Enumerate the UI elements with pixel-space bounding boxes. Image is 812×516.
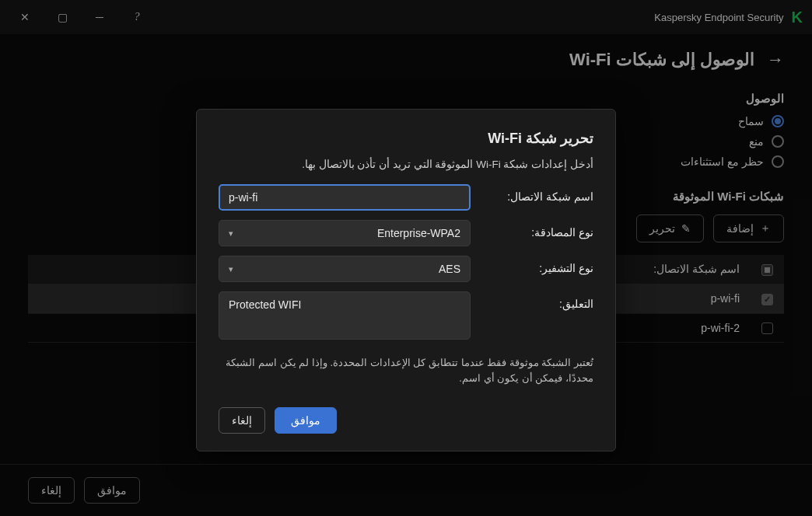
modal-note: تُعتبر الشبكة موثوقة فقط عندما تتطابق كل… — [219, 355, 593, 385]
edit-wifi-modal: تحرير شبكة Wi-Fi أدخل إعدادات شبكة Wi-Fi… — [196, 109, 616, 452]
field-label-comment: التعليق: — [485, 291, 593, 310]
encryption-type-select[interactable]: ▾ AES — [219, 256, 471, 282]
comment-textarea[interactable] — [219, 291, 471, 340]
field-label-auth: نوع المصادقة: — [485, 220, 593, 239]
network-name-input[interactable] — [219, 184, 471, 211]
modal-cancel-button[interactable]: إلغاء — [219, 407, 265, 434]
modal-description: أدخل إعدادات شبكة Wi-Fi الموثوقة التي تر… — [219, 158, 593, 170]
auth-type-select[interactable]: ▾ Enterprise-WPA2 — [219, 220, 471, 246]
field-label-name: اسم شبكة الاتصال: — [485, 184, 593, 203]
field-label-encryption: نوع التشفير: — [485, 256, 593, 274]
select-value: Enterprise-WPA2 — [233, 227, 460, 239]
modal-overlay: تحرير شبكة Wi-Fi أدخل إعدادات شبكة Wi-Fi… — [0, 0, 812, 516]
modal-ok-button[interactable]: موافق — [275, 407, 337, 434]
select-value: AES — [233, 263, 460, 275]
modal-title: تحرير شبكة Wi-Fi — [219, 130, 593, 147]
